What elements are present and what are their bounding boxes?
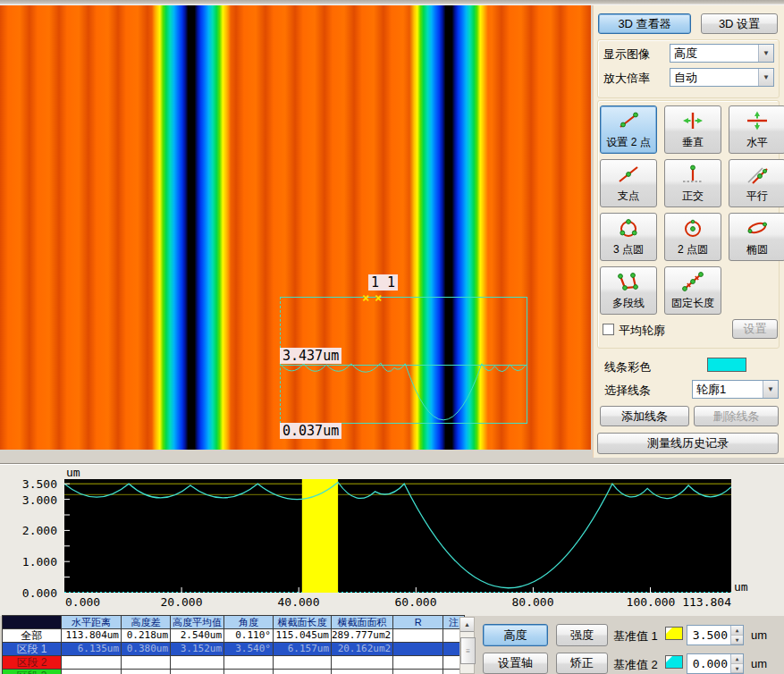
table-row[interactable]: 区段 2 xyxy=(3,656,465,670)
tool-button-fixed-length[interactable]: 固定长度 xyxy=(664,266,721,315)
tool-button-horizontal[interactable]: 水平 xyxy=(729,105,784,154)
profile-plot[interactable] xyxy=(64,479,731,593)
height-map-view[interactable]: × × 1 1 3.437um 0.037um xyxy=(0,5,591,450)
vertical-icon xyxy=(679,110,707,134)
average-profile-checkbox[interactable] xyxy=(603,324,614,335)
table-header: 角度 xyxy=(224,616,274,629)
display-image-value: 高度 xyxy=(674,46,697,62)
set-axis-button[interactable]: 设置轴 xyxy=(483,653,548,674)
scrollbar-thumb[interactable]: ≡ xyxy=(460,637,476,664)
table-cell[interactable] xyxy=(274,670,332,674)
datum2-color-swatch[interactable] xyxy=(665,655,683,669)
chevron-down-icon[interactable]: ▼ xyxy=(763,381,778,398)
table-cell[interactable]: 0.380um xyxy=(122,643,171,656)
y-tick-label: 1.000 xyxy=(18,555,57,569)
selected-segment-band[interactable] xyxy=(302,479,338,593)
table-header: 水平距离 xyxy=(62,616,122,629)
tool-button-circle-3pt[interactable]: 3 点圆 xyxy=(600,213,657,261)
tool-button-circle-2pt[interactable]: 2 点圆 xyxy=(664,213,721,261)
tab-3d-viewer[interactable]: 3D 查看器 xyxy=(598,13,691,34)
measure-point-marker-icon[interactable]: × xyxy=(375,291,382,304)
table-cell[interactable] xyxy=(62,656,122,670)
select-line-select[interactable]: 轮廓1 ▼ xyxy=(692,380,779,399)
display-image-select[interactable]: 高度 ▼ xyxy=(670,44,774,63)
spinner-down-icon[interactable]: ▼ xyxy=(731,636,743,645)
magnification-select[interactable]: 自动 ▼ xyxy=(670,68,774,87)
table-cell[interactable]: 3.152um xyxy=(171,643,224,656)
table-cell[interactable]: 6.157um xyxy=(274,643,332,656)
table-cell[interactable]: 2.540um xyxy=(171,629,224,643)
average-profile-settings-button[interactable]: 设置 xyxy=(732,319,778,339)
tool-button-polyline[interactable]: 多段线 xyxy=(600,266,657,315)
table-cell[interactable] xyxy=(332,670,393,674)
tool-button-two-point-line[interactable]: 设置 2 点 xyxy=(600,105,657,154)
add-line-button[interactable]: 添加线条 xyxy=(600,406,689,426)
spinner-up-icon[interactable]: ▲ xyxy=(731,654,743,664)
table-cell[interactable] xyxy=(62,670,122,674)
viewer-control-panel: 3D 查看器 3D 设置 显示图像 高度 ▼ 放大倍率 自动 ▼ 设置 2 点垂… xyxy=(593,5,784,458)
tool-button-vertical[interactable]: 垂直 xyxy=(664,105,721,154)
tool-label: 正交 xyxy=(682,190,704,202)
y-tick-label: 3.500 xyxy=(18,477,57,491)
intensity-mode-button[interactable]: 强度 xyxy=(556,624,608,646)
datum1-spinbox[interactable]: 3.500 ▲ ▼ xyxy=(687,625,744,645)
table-cell[interactable] xyxy=(393,656,443,670)
circle-3pt-icon xyxy=(614,217,643,241)
datum1-unit-label: um xyxy=(751,628,767,642)
tool-button-orthogonal[interactable]: 正交 xyxy=(664,159,721,207)
table-cell[interactable]: 3.540° xyxy=(224,643,274,656)
datum2-spinbox[interactable]: 0.000 ▲ ▼ xyxy=(687,653,744,674)
table-cell[interactable] xyxy=(224,670,274,674)
table-cell[interactable] xyxy=(122,670,171,674)
delete-line-button[interactable]: 删除线条 xyxy=(694,406,779,426)
table-cell[interactable]: 0.110° xyxy=(224,629,274,643)
table-cell[interactable] xyxy=(393,643,443,656)
measure-upper-level-line[interactable] xyxy=(280,365,527,366)
row-label[interactable]: 区段 3 xyxy=(3,670,62,674)
tool-button-parallel[interactable]: 平行 xyxy=(729,159,784,207)
tab-3d-settings[interactable]: 3D 设置 xyxy=(701,13,778,34)
tool-label: 水平 xyxy=(746,136,768,148)
spinner-up-icon[interactable]: ▲ xyxy=(731,626,743,636)
y-tick-label: 0.000 xyxy=(18,586,57,600)
table-cell[interactable]: 0.218um xyxy=(122,629,171,643)
tool-button-pivot[interactable]: 支点 xyxy=(600,159,657,207)
table-cell[interactable]: 6.135um xyxy=(62,643,122,656)
row-label[interactable]: 区段 2 xyxy=(3,656,62,670)
y-tick-label: 2.000 xyxy=(18,524,57,537)
measure-history-button[interactable]: 测量线历史记录 xyxy=(597,433,779,454)
scroll-up-icon[interactable]: ▲ xyxy=(460,618,474,632)
height-mode-button[interactable]: 高度 xyxy=(483,624,548,646)
line-color-swatch[interactable] xyxy=(707,358,746,372)
table-cell[interactable]: 115.045um xyxy=(274,629,332,643)
table-cell[interactable]: 113.804um xyxy=(62,629,122,643)
table-cell[interactable] xyxy=(393,670,443,674)
chevron-down-icon[interactable]: ▼ xyxy=(758,45,773,62)
datum1-color-swatch[interactable] xyxy=(665,627,683,640)
row-label[interactable]: 区段 1 xyxy=(3,643,62,656)
table-cell[interactable]: 289.777um2 xyxy=(332,629,393,643)
table-row[interactable]: 区段 16.135um0.380um3.152um3.540°6.157um20… xyxy=(3,643,465,656)
table-scrollbar[interactable]: ▲ ≡ xyxy=(459,617,475,674)
table-cell[interactable] xyxy=(171,656,224,670)
table-cell[interactable] xyxy=(122,656,171,670)
table-row[interactable]: 全部113.804um0.218um2.540um0.110°115.045um… xyxy=(3,629,465,643)
spinner-down-icon[interactable]: ▼ xyxy=(731,664,743,674)
chevron-down-icon[interactable]: ▼ xyxy=(758,69,773,86)
table-cell[interactable] xyxy=(332,656,393,670)
row-label[interactable]: 全部 xyxy=(3,629,62,643)
table-cell[interactable] xyxy=(274,656,332,670)
ellipse-icon xyxy=(743,217,771,241)
table-row[interactable]: 区段 3 xyxy=(3,670,465,674)
circle-2pt-icon xyxy=(679,217,707,241)
measure-point-marker-icon[interactable]: × xyxy=(362,291,369,304)
tool-button-ellipse[interactable]: 椭圆 xyxy=(729,213,784,261)
table-cell[interactable] xyxy=(224,656,274,670)
pivot-icon xyxy=(614,164,643,188)
magnification-value: 自动 xyxy=(674,70,697,86)
correction-button[interactable]: 矫正 xyxy=(556,653,608,674)
y-axis-unit-label: um xyxy=(66,466,80,479)
table-cell[interactable] xyxy=(171,670,224,674)
table-cell[interactable]: 20.162um2 xyxy=(332,643,393,656)
table-cell[interactable] xyxy=(393,629,443,643)
